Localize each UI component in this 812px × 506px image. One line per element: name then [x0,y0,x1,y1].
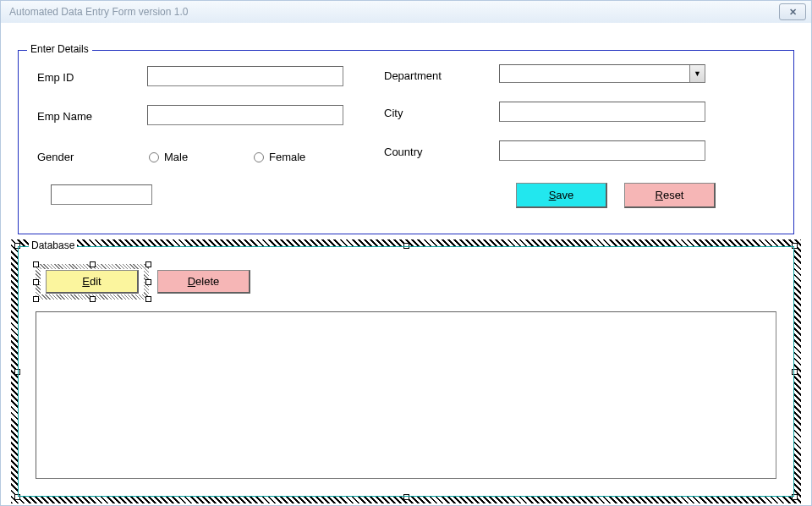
city-label: City [384,107,403,119]
enter-details-legend: Enter Details [27,43,92,55]
reset-button[interactable]: Reset [624,183,716,208]
database-listbox[interactable] [36,311,776,479]
resize-handle[interactable] [90,261,96,267]
radio-icon [254,152,264,162]
country-input[interactable] [499,140,705,161]
resize-handle[interactable] [145,279,151,285]
window-title: Automated Data Entry Form version 1.0 [9,6,779,18]
emp-name-input[interactable] [147,105,343,125]
design-surface: Enter Details Emp ID Emp Name Gender Mal… [1,23,811,505]
emp-id-label: Emp ID [37,71,74,84]
emp-id-input[interactable] [147,66,343,86]
database-groupbox: Database Edit Delete [18,246,794,497]
gender-female-label: Female [269,151,305,163]
close-icon: ✕ [789,7,797,18]
save-underline: S [549,189,557,201]
emp-name-label: Emp Name [37,110,92,123]
chevron-down-icon: ▼ [689,65,705,82]
radio-icon [149,152,159,162]
reset-rest: eset [663,189,684,201]
delete-underline: D [188,275,195,288]
resize-handle[interactable] [90,296,96,302]
department-label: Department [384,69,442,82]
delete-button[interactable]: Delete [157,270,250,294]
resize-handle[interactable] [33,261,39,267]
department-combobox[interactable]: ▼ [499,64,705,83]
enter-details-frame: Enter Details Emp ID Emp Name Gender Mal… [18,50,794,234]
gender-male-label: Male [164,151,188,163]
userform-window: Automated Data Entry Form version 1.0 ✕ … [0,0,812,506]
city-input[interactable] [499,102,705,122]
database-legend: Database [29,239,77,251]
delete-rest: elete [195,275,219,288]
close-button[interactable]: ✕ [779,3,806,20]
save-button[interactable]: SSaveave [516,183,607,208]
resize-handle[interactable] [33,279,39,285]
edit-button[interactable]: Edit [46,270,139,294]
country-label: Country [384,146,423,158]
department-value [500,65,689,82]
resize-handle[interactable] [145,296,151,302]
edit-underline: E [82,275,90,288]
aux-input[interactable] [51,184,152,205]
titlebar: Automated Data Entry Form version 1.0 ✕ [1,1,811,24]
gender-male-radio[interactable]: Male [149,151,188,163]
resize-handle[interactable] [33,296,39,302]
reset-underline: R [656,189,663,201]
gender-label: Gender [37,151,74,163]
edit-rest: dit [90,275,102,288]
database-frame[interactable]: Database Edit Delete [18,246,794,497]
gender-female-radio[interactable]: Female [254,151,305,163]
resize-handle[interactable] [145,261,151,267]
